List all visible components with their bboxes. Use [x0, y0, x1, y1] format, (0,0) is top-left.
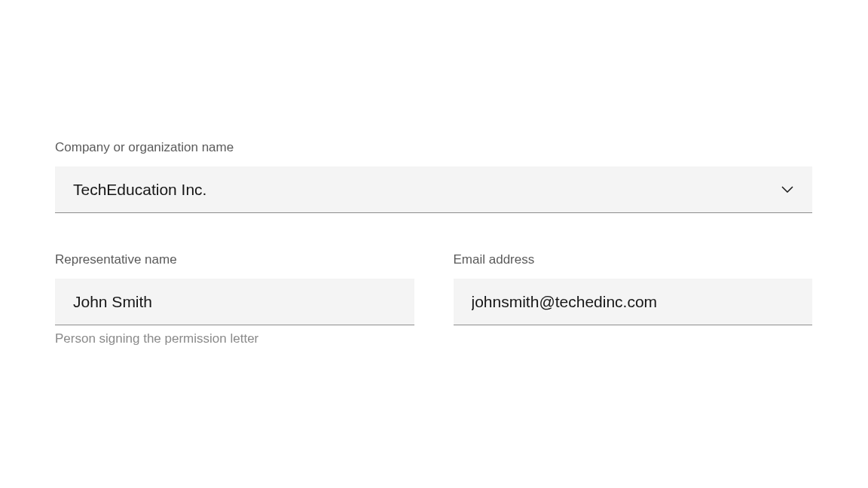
- email-field-group: Email address: [454, 252, 813, 346]
- field-row: Representative name Person signing the p…: [55, 252, 812, 346]
- company-dropdown-value: TechEducation Inc.: [73, 181, 206, 199]
- company-field-group: Company or organization name TechEducati…: [55, 140, 812, 213]
- email-input[interactable]: [454, 279, 813, 325]
- company-label: Company or organization name: [55, 140, 812, 155]
- form-container: Company or organization name TechEducati…: [55, 140, 812, 346]
- representative-input[interactable]: [55, 279, 414, 325]
- representative-field-group: Representative name Person signing the p…: [55, 252, 414, 346]
- representative-helper: Person signing the permission letter: [55, 331, 414, 346]
- company-dropdown[interactable]: TechEducation Inc.: [55, 166, 812, 213]
- email-label: Email address: [454, 252, 813, 267]
- chevron-down-icon: [781, 183, 794, 197]
- representative-label: Representative name: [55, 252, 414, 267]
